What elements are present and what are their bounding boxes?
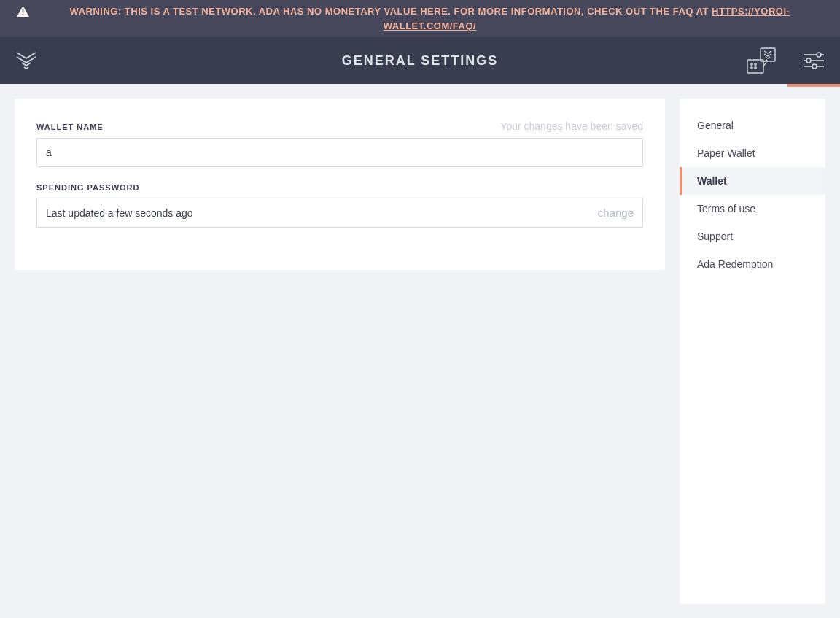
wallets-icon <box>746 47 777 74</box>
svg-rect-3 <box>747 60 763 73</box>
warning-text: WARNING: THIS IS A TEST NETWORK. ADA HAS… <box>70 6 712 17</box>
svg-point-7 <box>755 67 756 69</box>
sidebar-item-label: Wallet <box>697 175 727 187</box>
settings-sidebar: General Paper Wallet Wallet Terms of use… <box>680 99 825 604</box>
svg-point-11 <box>806 58 811 63</box>
svg-rect-0 <box>22 9 23 13</box>
svg-point-5 <box>755 63 756 65</box>
wallet-name-group: WALLET NAME Your changes have been saved <box>36 120 643 167</box>
app-logo[interactable] <box>0 48 52 73</box>
svg-rect-1 <box>22 14 23 15</box>
svg-point-6 <box>751 67 752 69</box>
sidebar-item-label: Ada Redemption <box>697 258 773 270</box>
wallet-name-label: WALLET NAME <box>36 123 104 131</box>
settings-nav-button[interactable] <box>788 37 840 84</box>
page-title: GENERAL SETTINGS <box>342 53 499 69</box>
wallet-name-save-status: Your changes have been saved <box>500 120 643 132</box>
sidebar-item-label: General <box>697 120 734 131</box>
sidebar-item-support[interactable]: Support <box>680 223 825 250</box>
sidebar-item-paper-wallet[interactable]: Paper Wallet <box>680 139 825 167</box>
wallet-name-input[interactable] <box>36 138 643 167</box>
warning-icon <box>17 6 29 17</box>
sidebar-item-wallet[interactable]: Wallet <box>680 167 825 195</box>
sidebar-item-label: Terms of use <box>697 203 755 215</box>
wallets-nav-button[interactable] <box>735 37 788 84</box>
yoroi-logo-icon <box>14 48 39 73</box>
spending-password-row: Last updated a few seconds ago change <box>36 198 643 228</box>
settings-panel: WALLET NAME Your changes have been saved… <box>15 99 665 270</box>
svg-point-13 <box>812 64 817 69</box>
sidebar-item-ada-redemption[interactable]: Ada Redemption <box>680 250 825 278</box>
top-bar: GENERAL SETTINGS <box>0 37 840 84</box>
spending-password-status: Last updated a few seconds ago <box>46 207 193 219</box>
spending-password-group: SPENDING PASSWORD Last updated a few sec… <box>36 183 643 228</box>
sidebar-item-general[interactable]: General <box>680 112 825 139</box>
change-password-link[interactable]: change <box>598 206 634 219</box>
sidebar-item-label: Support <box>697 231 733 242</box>
test-network-warning: WARNING: THIS IS A TEST NETWORK. ADA HAS… <box>0 0 840 37</box>
settings-sliders-icon <box>802 51 825 70</box>
spending-password-label: SPENDING PASSWORD <box>36 183 139 192</box>
svg-point-4 <box>751 63 752 65</box>
sidebar-item-terms-of-use[interactable]: Terms of use <box>680 195 825 223</box>
svg-point-9 <box>817 53 821 57</box>
sidebar-item-label: Paper Wallet <box>697 147 755 159</box>
